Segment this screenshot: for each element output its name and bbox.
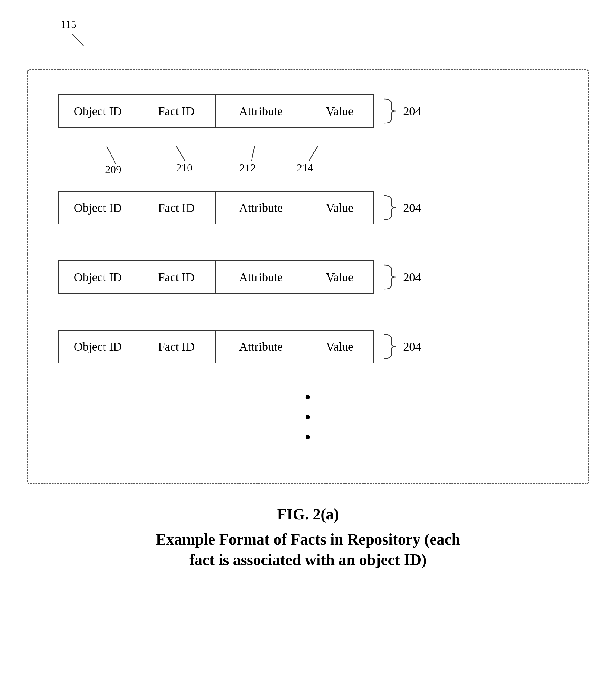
cell-attribute-2: Attribute [216, 192, 307, 224]
record-row-4: Object ID Fact ID Attribute Value [58, 330, 374, 363]
annotation-210: 210 [176, 161, 192, 174]
brace-icon-1 [382, 97, 398, 125]
brace-icon-3 [382, 264, 398, 291]
brace-label-2: 204 [382, 194, 421, 221]
brace-label-1: 204 [382, 97, 421, 125]
cell-object-id-1: Object ID [59, 95, 137, 127]
cell-fact-id-1: Fact ID [137, 95, 216, 127]
record-row-1: Object ID Fact ID Attribute Value [58, 94, 374, 128]
label-115: 115 [60, 18, 76, 31]
main-diagram-box: Object ID Fact ID Attribute Value [27, 69, 589, 484]
label-115-container: 115 [24, 18, 592, 51]
cell-value-4: Value [307, 330, 373, 363]
row-1: Object ID Fact ID Attribute Value [58, 94, 558, 128]
caption-title: Example Format of Facts in Repository (e… [24, 529, 592, 570]
cell-object-id-3: Object ID [59, 261, 137, 293]
cell-value-3: Value [307, 261, 373, 293]
arrow-115-icon [69, 32, 87, 47]
caption-title-line1: Example Format of Facts in Repository (e… [156, 531, 460, 548]
record-row-3: Object ID Fact ID Attribute Value [58, 260, 374, 294]
brace-icon-4 [382, 333, 398, 360]
cell-fact-id-3: Fact ID [137, 261, 216, 293]
record-row-2: Object ID Fact ID Attribute Value [58, 191, 374, 224]
annotations-row: 209 210 212 214 [58, 146, 391, 173]
dots-symbol: • • • [304, 387, 311, 447]
brace-label-3: 204 [382, 264, 421, 291]
annotation-212: 212 [239, 161, 256, 174]
row-4: Object ID Fact ID Attribute Value 204 [58, 330, 558, 363]
cell-attribute-1: Attribute [216, 95, 307, 127]
cell-object-id-2: Object ID [59, 192, 137, 224]
fig-label: FIG. 2(a) [24, 505, 592, 523]
cell-fact-id-4: Fact ID [137, 330, 216, 363]
svg-line-1 [107, 146, 116, 164]
page-container: 115 Object ID Fact ID Attribute [24, 18, 592, 570]
svg-line-0 [72, 33, 83, 46]
brace-label-4: 204 [382, 333, 421, 360]
brace-204-label-2: 204 [403, 201, 421, 215]
cell-attribute-3: Attribute [216, 261, 307, 293]
row-1-group: Object ID Fact ID Attribute Value [58, 94, 558, 182]
brace-icon-2 [382, 194, 398, 221]
annotation-209: 209 [105, 163, 122, 176]
continuation-dots: • • • [58, 387, 558, 447]
cell-value-2: Value [307, 192, 373, 224]
cell-attribute-4: Attribute [216, 330, 307, 363]
brace-204-label-3: 204 [403, 270, 421, 284]
cell-fact-id-2: Fact ID [137, 192, 216, 224]
annotation-214: 214 [297, 161, 313, 174]
cell-value-1: Value [307, 95, 373, 127]
svg-line-2 [176, 146, 185, 161]
brace-204-label-1: 204 [403, 104, 421, 118]
row-2: Object ID Fact ID Attribute Value 204 [58, 191, 558, 224]
row-3: Object ID Fact ID Attribute Value 204 [58, 260, 558, 294]
cell-object-id-4: Object ID [59, 330, 137, 363]
brace-204-label-4: 204 [403, 340, 421, 354]
svg-line-3 [251, 146, 255, 161]
caption-title-line2: fact is associated with an object ID) [189, 551, 427, 568]
caption-container: FIG. 2(a) Example Format of Facts in Rep… [24, 505, 592, 570]
svg-line-4 [309, 146, 318, 161]
